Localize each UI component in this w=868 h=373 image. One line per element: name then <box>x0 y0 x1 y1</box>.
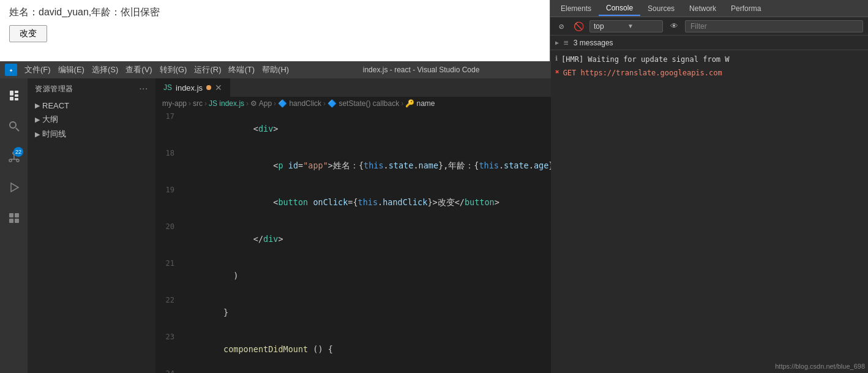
tab-performance[interactable]: Performa <box>724 2 768 15</box>
breadcrumb: my-app › src › JS index.js › ⚙ App › 🔷 h… <box>156 97 551 110</box>
line-num-17: 17 <box>156 110 181 122</box>
code-editor: 17 <div> 18 <p id="app">姓名：{this.state.n… <box>156 110 551 373</box>
devtools-panel: Elements Console Sources Network Perform… <box>550 0 868 373</box>
tree-arrow-outline: ▶ <box>35 116 40 124</box>
svg-rect-4 <box>15 98 18 100</box>
svg-rect-3 <box>10 97 13 100</box>
window-title: index.js - react - Visual Studio Code <box>363 66 480 74</box>
line-content-18: <p id="app">姓名：{this.state.name},年龄：{thi… <box>181 147 551 184</box>
breadcrumb-src[interactable]: src <box>193 99 203 108</box>
svg-point-5 <box>10 122 16 128</box>
breadcrumb-sep6: › <box>401 99 403 108</box>
tab-indexjs[interactable]: JS index.js ✕ <box>156 78 230 97</box>
sidebar-debug-icon[interactable] <box>3 176 24 198</box>
svg-rect-11 <box>9 213 13 217</box>
explorer-header: 资源管理器 ··· <box>28 78 155 99</box>
messages-icon: ≡ <box>564 38 569 47</box>
breadcrumb-sep5: › <box>323 99 326 108</box>
vscode-logo-icon: ✦ <box>5 64 17 76</box>
output-text: 姓名：david_yuan,年龄：依旧保密 <box>9 6 542 19</box>
messages-bar: ▶ ≡ 3 messages <box>550 36 868 50</box>
line-num-19: 19 <box>156 184 181 196</box>
watermark: https://blog.csdn.net/blue_698 <box>775 363 865 370</box>
sidebar-extensions-icon[interactable] <box>3 207 24 228</box>
svg-rect-1 <box>15 91 18 93</box>
breadcrumb-name[interactable]: 🔑 name <box>405 99 435 108</box>
menu-terminal[interactable]: 终端(T) <box>228 64 255 75</box>
vscode-sidebar: 22 <box>0 78 28 373</box>
tree-label-react: REACT <box>42 101 69 110</box>
line-num-21: 21 <box>156 257 181 269</box>
svg-rect-12 <box>15 213 19 217</box>
line-num-23: 23 <box>156 331 181 343</box>
code-line-22: 22 } <box>156 294 551 331</box>
devtools-toolbar: ⊘ 🚫 top ▼ 👁 <box>550 17 868 36</box>
menu-goto[interactable]: 转到(G) <box>160 64 187 75</box>
line-num-18: 18 <box>156 147 181 159</box>
filter-input[interactable] <box>685 20 863 32</box>
line-content-20: </div> <box>181 220 551 257</box>
clear-console-icon[interactable]: ⊘ <box>555 20 567 32</box>
vscode-titlebar: ✦ 文件(F) 编辑(E) 选择(S) 查看(V) 转到(G) 运行(R) 终端… <box>0 61 551 78</box>
svg-rect-0 <box>10 91 13 96</box>
line-num-22: 22 <box>156 294 181 306</box>
tab-close-icon[interactable]: ✕ <box>215 83 222 92</box>
tree-arrow-react: ▶ <box>35 102 40 110</box>
error-icon: ✖ <box>555 67 559 78</box>
breadcrumb-handclick[interactable]: 🔷 handClick <box>278 99 321 108</box>
code-line-21: 21 ) <box>156 257 551 294</box>
menu-view[interactable]: 查看(V) <box>125 64 152 75</box>
menu-help[interactable]: 帮助(H) <box>262 64 289 75</box>
change-button[interactable]: 改变 <box>9 25 47 42</box>
menu-file[interactable]: 文件(F) <box>24 64 51 75</box>
code-line-17: 17 <div> <box>156 110 551 147</box>
explorer-more-icon[interactable]: ··· <box>139 83 148 94</box>
menu-run[interactable]: 运行(R) <box>194 64 221 75</box>
sidebar-explorer-icon[interactable] <box>3 85 24 106</box>
devtools-tabs: Elements Console Sources Network Perform… <box>550 0 868 17</box>
tab-network[interactable]: Network <box>682 2 724 15</box>
tab-console[interactable]: Console <box>599 1 640 16</box>
tree-item-react[interactable]: ▶ REACT <box>28 99 155 112</box>
sidebar-search-icon[interactable] <box>3 115 24 137</box>
line-num-24: 24 <box>156 367 181 373</box>
code-line-19: 19 <button onClick={this.handClick}>改变</… <box>156 184 551 220</box>
sidebar-git-icon[interactable]: 22 <box>3 146 24 167</box>
tab-modified-indicator <box>206 85 211 90</box>
tree-arrow-timeline: ▶ <box>35 130 40 138</box>
info-icon: ℹ <box>555 54 558 64</box>
svg-line-6 <box>16 128 19 131</box>
breadcrumb-js[interactable]: JS index.js <box>209 99 244 108</box>
breadcrumb-myapp[interactable]: my-app <box>162 99 187 108</box>
tree-label-timeline: 时间线 <box>42 129 66 140</box>
svg-rect-14 <box>15 219 19 223</box>
line-content-22: } <box>181 294 551 331</box>
line-content-19: <button onClick={this.handClick}>改变</but… <box>181 184 551 220</box>
tree-label-outline: 大纲 <box>42 114 58 125</box>
breadcrumb-setstate[interactable]: 🔷 setState() callback <box>327 99 399 108</box>
console-line-hmr: ℹ [HMR] Waiting for update signal from W <box>555 53 863 66</box>
editor-tabs: JS index.js ✕ <box>156 78 551 97</box>
tree-item-timeline[interactable]: ▶ 时间线 <box>28 127 155 141</box>
console-output: ℹ [HMR] Waiting for update signal from W… <box>550 50 868 373</box>
tab-elements[interactable]: Elements <box>553 2 599 15</box>
context-selector[interactable]: top ▼ <box>589 20 663 32</box>
tab-sources[interactable]: Sources <box>640 2 682 15</box>
console-line-error: ✖ GET https://translate.googleapis.com <box>555 66 863 80</box>
svg-rect-13 <box>9 219 13 223</box>
tree-item-outline[interactable]: ▶ 大纲 <box>28 112 155 127</box>
menu-select[interactable]: 选择(S) <box>92 64 118 75</box>
breadcrumb-app[interactable]: ⚙ App <box>250 99 272 108</box>
code-line-23: 23 componentDidMount () { <box>156 331 551 367</box>
svg-marker-10 <box>11 183 18 192</box>
filter-icon[interactable]: 🚫 <box>572 20 585 32</box>
eye-icon[interactable]: 👁 <box>668 20 680 32</box>
breadcrumb-sep2: › <box>204 99 207 108</box>
menu-edit[interactable]: 编辑(E) <box>58 64 84 75</box>
browser-output: 姓名：david_yuan,年龄：依旧保密 改变 <box>0 0 551 61</box>
messages-count: 3 messages <box>574 39 613 47</box>
expand-icon[interactable]: ▶ <box>555 39 559 46</box>
line-num-20: 20 <box>156 220 181 233</box>
line-content-24: document.querySelector('#app').addEventL… <box>181 367 551 373</box>
breadcrumb-sep4: › <box>274 99 276 108</box>
